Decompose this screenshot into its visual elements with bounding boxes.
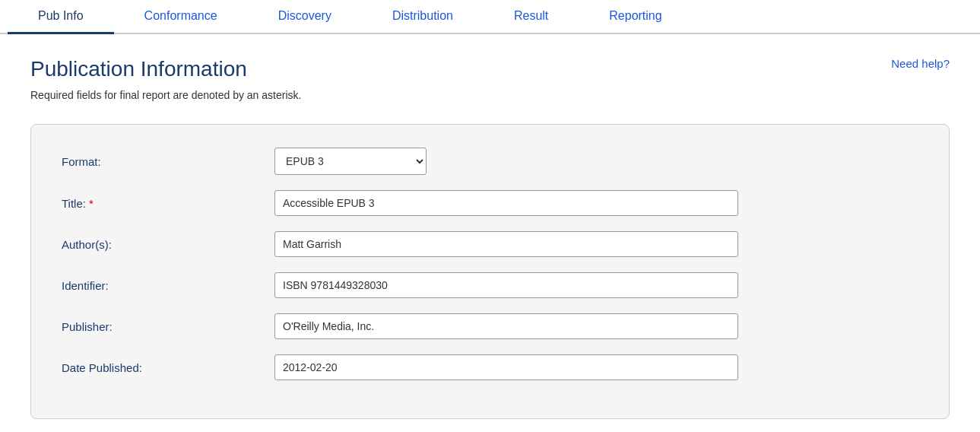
title-label: Title:* xyxy=(62,197,274,210)
page-title: Publication Information xyxy=(30,57,247,81)
tab-conformance[interactable]: Conformance xyxy=(114,0,248,34)
format-select[interactable]: EPUB 3 EPUB 2 xyxy=(274,148,427,175)
tab-result[interactable]: Result xyxy=(484,0,579,34)
identifier-label: Identifier: xyxy=(62,279,274,292)
tab-discovery[interactable]: Discovery xyxy=(248,0,362,34)
publisher-label: Publisher: xyxy=(62,320,274,333)
tab-reporting[interactable]: Reporting xyxy=(579,0,692,34)
form-card: Format: EPUB 3 EPUB 2 Title:* Author(s):… xyxy=(30,124,950,419)
title-row: Title:* xyxy=(62,190,918,216)
required-star: * xyxy=(89,197,94,210)
date-published-input[interactable] xyxy=(274,354,738,380)
authors-row: Author(s): xyxy=(62,231,918,257)
format-row: Format: EPUB 3 EPUB 2 xyxy=(62,148,918,175)
subtitle: Required fields for final report are den… xyxy=(30,89,950,101)
tab-distribution[interactable]: Distribution xyxy=(362,0,484,34)
identifier-row: Identifier: xyxy=(62,272,918,298)
help-link[interactable]: Need help? xyxy=(891,57,950,70)
title-input[interactable] xyxy=(274,190,738,216)
page-header: Publication Information Need help? xyxy=(30,57,950,81)
main-content: Publication Information Need help? Requi… xyxy=(0,34,980,432)
tab-pub-info[interactable]: Pub Info xyxy=(8,0,114,34)
format-label: Format: xyxy=(62,155,274,168)
identifier-input[interactable] xyxy=(274,272,738,298)
publisher-input[interactable] xyxy=(274,313,738,339)
authors-label: Author(s): xyxy=(62,238,274,251)
date-published-label: Date Published: xyxy=(62,361,274,374)
tab-navigation: Pub Info Conformance Discovery Distribut… xyxy=(0,0,980,34)
authors-input[interactable] xyxy=(274,231,738,257)
date-published-row: Date Published: xyxy=(62,354,918,380)
publisher-row: Publisher: xyxy=(62,313,918,339)
